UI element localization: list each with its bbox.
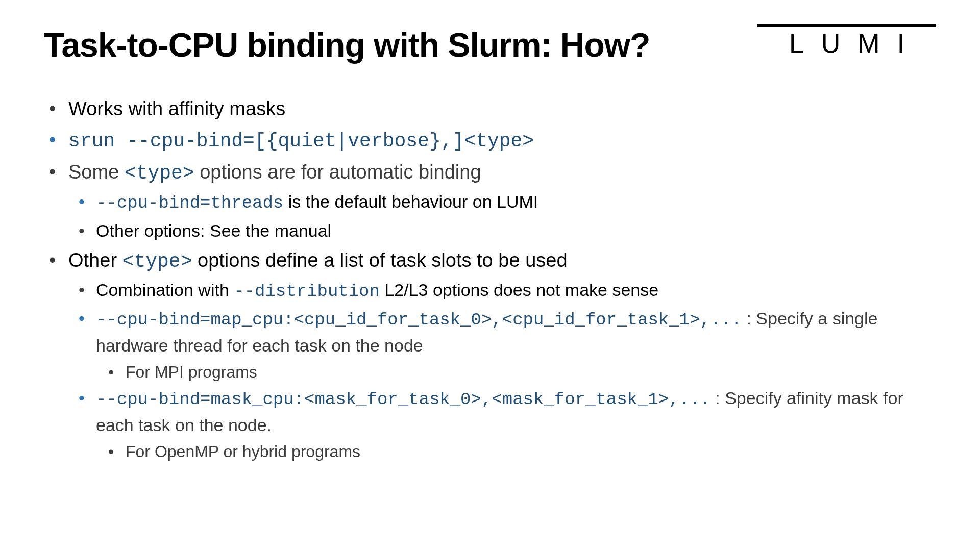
text-post: L2/L3 options does not make sense <box>380 280 658 299</box>
bullet-other-type-list: Other <type> options define a list of ta… <box>44 246 936 463</box>
code: --cpu-bind=mask_cpu:<mask_for_task_0>,<m… <box>96 390 710 409</box>
subbullet-distribution: Combination with --distribution L2/L3 op… <box>68 278 936 304</box>
slide: LUMI Task-to-CPU binding with Slurm: How… <box>0 0 980 551</box>
bullet-srun-cmd: srun --cpu-bind=[{quiet|verbose},]<type> <box>44 126 936 155</box>
code-type: <type> <box>122 251 192 272</box>
text-pre: Some <box>68 161 125 183</box>
subbullet-map-cpu: --cpu-bind=map_cpu:<cpu_id_for_task_0>,<… <box>68 306 936 384</box>
text: Other options: See the manual <box>96 221 331 240</box>
bullet-affinity-masks: Works with affinity masks <box>44 95 936 123</box>
text: is the default behaviour on LUMI <box>283 192 538 211</box>
text-post: options are for automatic binding <box>194 161 481 183</box>
subsublist: For OpenMP or hybrid programs <box>96 440 936 463</box>
code: --distribution <box>234 282 380 301</box>
subbullet-mask-cpu: --cpu-bind=mask_cpu:<mask_for_task_0>,<m… <box>68 386 936 463</box>
text: For MPI programs <box>126 363 257 381</box>
lumi-logo: LUMI <box>757 24 936 57</box>
subbullet-other-options: Other options: See the manual <box>68 218 936 243</box>
code: --cpu-bind=map_cpu:<cpu_id_for_task_0>,<… <box>96 310 742 330</box>
subsubbullet-openmp: For OpenMP or hybrid programs <box>96 440 936 463</box>
text-pre: Other <box>68 249 122 271</box>
subbullet-threads-default: --cpu-bind=threads is the default behavi… <box>68 189 936 216</box>
subsublist: For MPI programs <box>96 360 936 384</box>
logo-text: LUMI <box>757 30 936 57</box>
sublist: --cpu-bind=threads is the default behavi… <box>68 189 936 243</box>
bullet-list: Works with affinity masks srun --cpu-bin… <box>44 95 936 463</box>
code-type: <type> <box>125 162 194 184</box>
text: For OpenMP or hybrid programs <box>126 442 360 461</box>
text: Works with affinity masks <box>68 98 285 119</box>
bullet-some-type-auto: Some <type> options are for automatic bi… <box>44 158 936 243</box>
text-post: options define a list of task slots to b… <box>192 249 567 271</box>
code: srun --cpu-bind=[{quiet|verbose},]<type> <box>68 130 534 152</box>
logo-overline <box>757 24 936 27</box>
text-pre: Combination with <box>96 280 234 299</box>
code: --cpu-bind=threads <box>96 193 283 213</box>
subsubbullet-mpi: For MPI programs <box>96 360 936 384</box>
sublist: Combination with --distribution L2/L3 op… <box>68 278 936 463</box>
